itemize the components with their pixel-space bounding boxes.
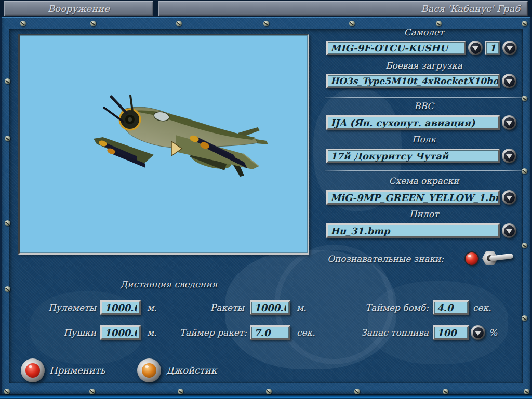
machineguns-unit: м. bbox=[147, 302, 157, 313]
section-divider bbox=[325, 170, 528, 171]
airforce-select[interactable]: IJA (Яп. сухопут. авиация) bbox=[326, 115, 500, 130]
pilot-dropdown-button[interactable] bbox=[502, 223, 516, 238]
background-watermark bbox=[368, 281, 508, 364]
screw-icon bbox=[522, 21, 527, 26]
screw-icon bbox=[263, 21, 269, 26]
pilot-label: Пилот bbox=[321, 209, 527, 219]
arrow-down-icon bbox=[504, 151, 515, 162]
tab-pilot-name[interactable]: Вася 'Кабанус' Граб bbox=[158, 1, 528, 16]
screw-icon bbox=[524, 389, 529, 394]
screw-icon bbox=[354, 389, 360, 394]
machineguns-label: Пулеметы bbox=[31, 302, 96, 313]
airforce-dropdown-button[interactable] bbox=[502, 115, 516, 130]
cannons-input[interactable] bbox=[100, 325, 141, 340]
rocket-timer-label: Таймер ракет: bbox=[179, 327, 247, 338]
markings-indicator-lamp-icon bbox=[466, 252, 478, 265]
regiment-select[interactable]: 17й Докуритсу Чутай bbox=[326, 149, 500, 163]
loadout-label: Боевая загрузка bbox=[321, 60, 527, 71]
joystick-label: Джойстик bbox=[166, 365, 217, 376]
screw-icon bbox=[5, 136, 10, 141]
screw-icon bbox=[266, 389, 272, 394]
arrow-down-icon bbox=[473, 327, 484, 338]
screw-icon bbox=[443, 389, 448, 394]
panel-bottom-edge bbox=[0, 394, 532, 399]
rocket-timer-input[interactable] bbox=[250, 325, 290, 340]
rockets-label: Ракеты bbox=[192, 302, 244, 313]
bomb-timer-label: Таймер бомб: bbox=[356, 302, 429, 313]
regiment-dropdown-button[interactable] bbox=[502, 149, 516, 163]
arrow-down-icon bbox=[504, 76, 515, 87]
screw-icon bbox=[5, 78, 10, 84]
fuel-unit: % bbox=[489, 327, 497, 338]
arrow-down-icon bbox=[504, 225, 515, 236]
rockets-unit: м. bbox=[297, 302, 307, 313]
machineguns-input[interactable] bbox=[100, 300, 141, 315]
regiment-label: Полк bbox=[321, 134, 527, 144]
screw-icon bbox=[178, 389, 183, 394]
screw-icon bbox=[20, 21, 26, 26]
screw-icon bbox=[349, 21, 355, 26]
arrow-down-icon bbox=[504, 43, 515, 54]
amber-button-icon bbox=[142, 363, 156, 378]
apply-button[interactable] bbox=[21, 358, 45, 382]
arrow-down-icon bbox=[504, 117, 515, 128]
skin-select[interactable]: MiG-9MP_GREEN_YELLOW_1.bmp bbox=[326, 190, 500, 205]
tab-armament[interactable]: Вооружение bbox=[4, 1, 153, 16]
skin-dropdown-button[interactable] bbox=[502, 190, 516, 205]
rocket-timer-unit: сек. bbox=[297, 327, 315, 338]
rockets-input[interactable] bbox=[250, 300, 290, 315]
cannons-label: Пушки bbox=[31, 327, 96, 338]
aircraft-preview[interactable] bbox=[18, 34, 309, 255]
pilot-select[interactable]: Hu_31.bmp bbox=[326, 223, 500, 238]
screw-icon bbox=[4, 389, 10, 394]
screw-icon bbox=[522, 243, 527, 248]
screw-icon bbox=[176, 21, 182, 26]
aircraft-dropdown-button[interactable] bbox=[468, 41, 483, 55]
loadout-select[interactable]: HO3s_Type5M10t_4xRocketX10homing bbox=[326, 74, 500, 88]
fuel-dropdown-button[interactable] bbox=[471, 325, 485, 340]
convergence-title: Дистанция сведения bbox=[91, 279, 247, 289]
arrow-down-icon bbox=[504, 192, 515, 203]
screw-icon bbox=[522, 96, 527, 101]
aircraft-label: Самолет bbox=[321, 27, 527, 37]
aircraft-count-dropdown-button[interactable] bbox=[502, 41, 517, 55]
screw-icon bbox=[5, 286, 10, 292]
fuel-input[interactable] bbox=[433, 325, 469, 340]
aircraft-select[interactable]: MIG-9F-OTCU-KUSHU bbox=[326, 41, 466, 55]
screw-icon bbox=[522, 315, 527, 321]
cannons-unit: м. bbox=[147, 327, 157, 338]
airforce-label: ВВС bbox=[321, 101, 527, 111]
aircraft-count-select[interactable]: 1 bbox=[485, 41, 500, 55]
loadout-dropdown-button[interactable] bbox=[502, 74, 516, 88]
bomb-timer-unit: сек. bbox=[473, 302, 491, 313]
bomb-timer-input[interactable] bbox=[433, 300, 469, 315]
screw-icon bbox=[5, 220, 10, 226]
joystick-button[interactable] bbox=[137, 358, 161, 382]
aircraft-image bbox=[20, 35, 308, 253]
red-button-icon bbox=[25, 363, 40, 378]
section-divider bbox=[325, 97, 528, 98]
apply-label: Применить bbox=[49, 365, 105, 376]
screw-icon bbox=[436, 21, 442, 26]
markings-label: Опознавательные знаки: bbox=[327, 254, 444, 264]
screw-icon bbox=[90, 21, 96, 26]
fuel-label: Запас топлива bbox=[356, 327, 429, 338]
screw-icon bbox=[89, 389, 95, 394]
screw-icon bbox=[522, 168, 527, 174]
arrow-down-icon bbox=[470, 43, 481, 54]
skin-label: Схема окраски bbox=[321, 176, 527, 186]
